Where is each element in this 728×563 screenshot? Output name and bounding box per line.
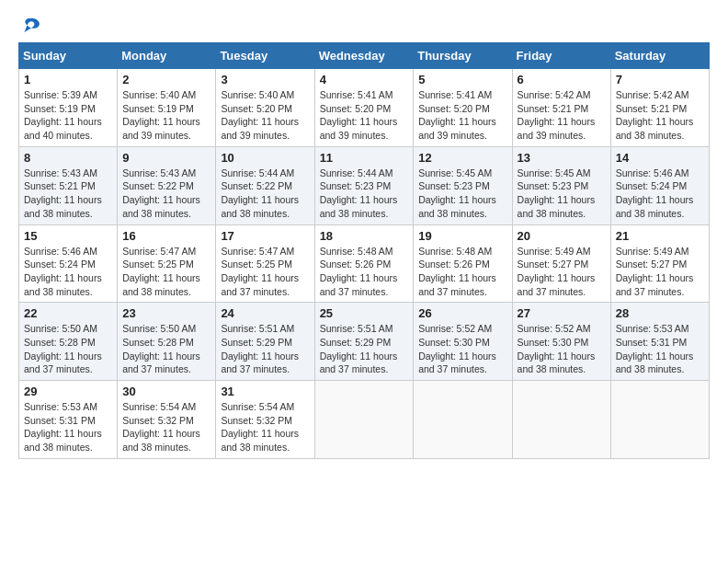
calendar-cell (314, 381, 414, 459)
calendar-cell: 9 Sunrise: 5:43 AM Sunset: 5:22 PM Dayli… (118, 146, 216, 224)
day-number: 30 (122, 385, 210, 398)
calendar-cell: 23 Sunrise: 5:50 AM Sunset: 5:28 PM Dayl… (118, 303, 216, 381)
calendar-cell: 24 Sunrise: 5:51 AM Sunset: 5:29 PM Dayl… (216, 303, 314, 381)
calendar-cell (610, 381, 709, 459)
day-number: 8 (24, 151, 112, 165)
calendar-table: SundayMondayTuesdayWednesdayThursdayFrid… (18, 42, 710, 459)
calendar-cell: 10 Sunrise: 5:44 AM Sunset: 5:22 PM Dayl… (216, 146, 314, 224)
calendar-cell: 16 Sunrise: 5:47 AM Sunset: 5:25 PM Dayl… (118, 224, 216, 303)
calendar-cell: 13 Sunrise: 5:45 AM Sunset: 5:23 PM Dayl… (512, 146, 610, 224)
day-number: 29 (24, 385, 112, 398)
day-info: Sunrise: 5:51 AM Sunset: 5:29 PM Dayligh… (320, 322, 409, 376)
day-info: Sunrise: 5:49 AM Sunset: 5:27 PM Dayligh… (616, 245, 704, 299)
day-number: 23 (122, 306, 210, 320)
day-info: Sunrise: 5:51 AM Sunset: 5:29 PM Dayligh… (221, 322, 309, 376)
day-info: Sunrise: 5:40 AM Sunset: 5:19 PM Dayligh… (122, 88, 210, 143)
calendar-cell: 29 Sunrise: 5:53 AM Sunset: 5:31 PM Dayl… (19, 381, 118, 459)
calendar-day-header: Sunday (19, 43, 118, 69)
day-info: Sunrise: 5:45 AM Sunset: 5:23 PM Dayligh… (418, 167, 506, 221)
day-number: 21 (616, 229, 704, 243)
calendar-day-header: Friday (512, 43, 610, 69)
calendar-cell: 11 Sunrise: 5:44 AM Sunset: 5:23 PM Dayl… (314, 146, 414, 224)
day-number: 18 (320, 229, 409, 243)
calendar-cell: 4 Sunrise: 5:41 AM Sunset: 5:20 PM Dayli… (314, 69, 414, 147)
day-number: 17 (221, 229, 309, 243)
day-info: Sunrise: 5:45 AM Sunset: 5:23 PM Dayligh… (518, 167, 606, 221)
calendar-day-header: Tuesday (216, 43, 314, 69)
calendar-day-header: Thursday (414, 43, 512, 69)
day-info: Sunrise: 5:43 AM Sunset: 5:21 PM Dayligh… (24, 167, 112, 221)
day-number: 4 (320, 73, 409, 86)
calendar-cell: 19 Sunrise: 5:48 AM Sunset: 5:26 PM Dayl… (414, 224, 512, 303)
day-number: 7 (616, 73, 704, 86)
calendar-cell: 15 Sunrise: 5:46 AM Sunset: 5:24 PM Dayl… (19, 224, 118, 303)
calendar-cell: 17 Sunrise: 5:47 AM Sunset: 5:25 PM Dayl… (216, 224, 314, 303)
day-info: Sunrise: 5:47 AM Sunset: 5:25 PM Dayligh… (221, 245, 309, 299)
day-info: Sunrise: 5:46 AM Sunset: 5:24 PM Dayligh… (616, 167, 704, 221)
day-info: Sunrise: 5:40 AM Sunset: 5:20 PM Dayligh… (221, 88, 309, 143)
calendar-cell: 3 Sunrise: 5:40 AM Sunset: 5:20 PM Dayli… (216, 69, 314, 147)
day-info: Sunrise: 5:42 AM Sunset: 5:21 PM Dayligh… (518, 88, 606, 143)
logo (18, 15, 40, 35)
day-info: Sunrise: 5:41 AM Sunset: 5:20 PM Dayligh… (320, 88, 409, 143)
day-number: 3 (221, 73, 309, 86)
day-info: Sunrise: 5:43 AM Sunset: 5:22 PM Dayligh… (122, 167, 210, 221)
calendar-week-row: 8 Sunrise: 5:43 AM Sunset: 5:21 PM Dayli… (19, 146, 710, 224)
day-number: 19 (418, 229, 506, 243)
day-number: 22 (24, 306, 112, 320)
day-info: Sunrise: 5:39 AM Sunset: 5:19 PM Dayligh… (24, 88, 112, 143)
day-info: Sunrise: 5:54 AM Sunset: 5:32 PM Dayligh… (122, 400, 210, 454)
day-info: Sunrise: 5:47 AM Sunset: 5:25 PM Dayligh… (122, 245, 210, 299)
day-info: Sunrise: 5:48 AM Sunset: 5:26 PM Dayligh… (320, 245, 409, 299)
day-number: 25 (320, 306, 409, 320)
calendar-cell: 27 Sunrise: 5:52 AM Sunset: 5:30 PM Dayl… (512, 303, 610, 381)
day-number: 28 (616, 306, 704, 320)
day-number: 13 (518, 151, 606, 165)
day-info: Sunrise: 5:41 AM Sunset: 5:20 PM Dayligh… (418, 88, 506, 143)
logo-bird-icon (20, 15, 40, 35)
day-info: Sunrise: 5:52 AM Sunset: 5:30 PM Dayligh… (518, 322, 606, 376)
day-info: Sunrise: 5:49 AM Sunset: 5:27 PM Dayligh… (518, 245, 606, 299)
calendar-cell: 8 Sunrise: 5:43 AM Sunset: 5:21 PM Dayli… (19, 146, 118, 224)
calendar-cell: 5 Sunrise: 5:41 AM Sunset: 5:20 PM Dayli… (414, 69, 512, 147)
calendar-cell: 20 Sunrise: 5:49 AM Sunset: 5:27 PM Dayl… (512, 224, 610, 303)
calendar-cell (512, 381, 610, 459)
day-info: Sunrise: 5:50 AM Sunset: 5:28 PM Dayligh… (122, 322, 210, 376)
day-number: 2 (122, 73, 210, 86)
calendar-week-row: 1 Sunrise: 5:39 AM Sunset: 5:19 PM Dayli… (19, 69, 710, 147)
calendar-week-row: 15 Sunrise: 5:46 AM Sunset: 5:24 PM Dayl… (19, 224, 710, 303)
calendar-week-row: 29 Sunrise: 5:53 AM Sunset: 5:31 PM Dayl… (19, 381, 710, 459)
day-number: 9 (122, 151, 210, 165)
calendar-cell: 28 Sunrise: 5:53 AM Sunset: 5:31 PM Dayl… (610, 303, 709, 381)
calendar-cell (414, 381, 512, 459)
day-info: Sunrise: 5:52 AM Sunset: 5:30 PM Dayligh… (418, 322, 506, 376)
calendar-cell: 30 Sunrise: 5:54 AM Sunset: 5:32 PM Dayl… (118, 381, 216, 459)
calendar-cell: 14 Sunrise: 5:46 AM Sunset: 5:24 PM Dayl… (610, 146, 709, 224)
calendar-header-row: SundayMondayTuesdayWednesdayThursdayFrid… (19, 43, 710, 69)
calendar-day-header: Monday (118, 43, 216, 69)
page-header (18, 15, 710, 35)
calendar-cell: 1 Sunrise: 5:39 AM Sunset: 5:19 PM Dayli… (19, 69, 118, 147)
calendar-week-row: 22 Sunrise: 5:50 AM Sunset: 5:28 PM Dayl… (19, 303, 710, 381)
day-number: 5 (418, 73, 506, 86)
calendar-cell: 26 Sunrise: 5:52 AM Sunset: 5:30 PM Dayl… (414, 303, 512, 381)
day-number: 10 (221, 151, 309, 165)
day-info: Sunrise: 5:50 AM Sunset: 5:28 PM Dayligh… (24, 322, 112, 376)
day-info: Sunrise: 5:42 AM Sunset: 5:21 PM Dayligh… (616, 88, 704, 143)
day-number: 20 (518, 229, 606, 243)
day-info: Sunrise: 5:44 AM Sunset: 5:23 PM Dayligh… (320, 167, 409, 221)
day-number: 1 (24, 73, 112, 86)
calendar-cell: 21 Sunrise: 5:49 AM Sunset: 5:27 PM Dayl… (610, 224, 709, 303)
calendar-cell: 12 Sunrise: 5:45 AM Sunset: 5:23 PM Dayl… (414, 146, 512, 224)
day-number: 15 (24, 229, 112, 243)
calendar-cell: 31 Sunrise: 5:54 AM Sunset: 5:32 PM Dayl… (216, 381, 314, 459)
calendar-cell: 22 Sunrise: 5:50 AM Sunset: 5:28 PM Dayl… (19, 303, 118, 381)
day-info: Sunrise: 5:53 AM Sunset: 5:31 PM Dayligh… (616, 322, 704, 376)
day-number: 6 (518, 73, 606, 86)
day-info: Sunrise: 5:46 AM Sunset: 5:24 PM Dayligh… (24, 245, 112, 299)
day-number: 24 (221, 306, 309, 320)
day-info: Sunrise: 5:44 AM Sunset: 5:22 PM Dayligh… (221, 167, 309, 221)
day-number: 16 (122, 229, 210, 243)
calendar-day-header: Saturday (610, 43, 709, 69)
calendar-cell: 6 Sunrise: 5:42 AM Sunset: 5:21 PM Dayli… (512, 69, 610, 147)
